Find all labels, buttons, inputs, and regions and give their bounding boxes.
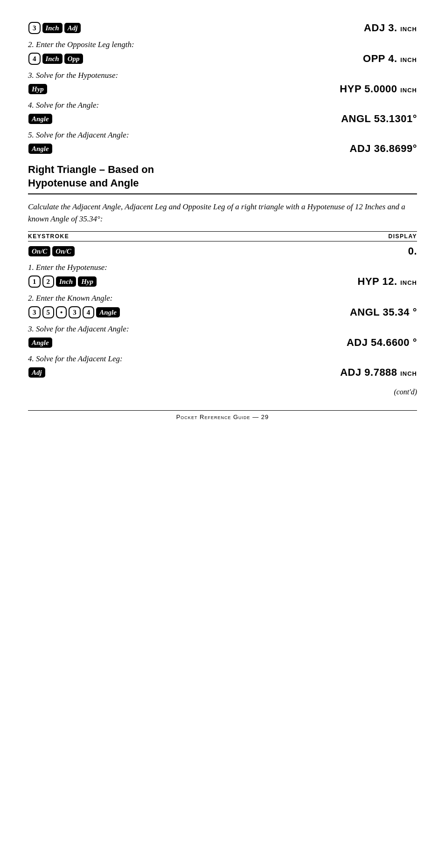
keystroke-adj36: Angle bbox=[28, 143, 177, 154]
key-5: 5 bbox=[42, 306, 55, 318]
key-3: 3 bbox=[28, 22, 41, 34]
page-content: 3 Inch Adj ADJ 3. INCH 2. Enter the Oppo… bbox=[28, 21, 417, 420]
row-adj3: 3 Inch Adj ADJ 3. INCH bbox=[28, 21, 417, 34]
keystroke-angl53: Angle bbox=[28, 113, 177, 124]
row-hyp12: 1 2 Inch Hyp HYP 12. INCH bbox=[28, 275, 417, 288]
row-opp4: 4 Inch Opp OPP 4. INCH bbox=[28, 52, 417, 65]
display-adj9788-value: ADJ 9.7888 bbox=[340, 366, 397, 378]
row-adj9788: Adj ADJ 9.7888 INCH bbox=[28, 366, 417, 379]
key-inch3: Inch bbox=[56, 276, 76, 287]
key-onc1: On/C bbox=[28, 246, 50, 256]
key-angle3: Angle bbox=[96, 307, 120, 317]
s2-step1-label: 1. Enter the Hypotenuse: bbox=[28, 263, 417, 272]
display-hyp5-unit: INCH bbox=[400, 87, 417, 94]
display-adj3: ADJ 3. INCH bbox=[177, 22, 417, 34]
s2-step2-label: 2. Enter the Known Angle: bbox=[28, 294, 417, 303]
keystroke-hyp5: Hyp bbox=[28, 83, 177, 95]
row-hyp5: Hyp HYP 5.0000 INCH bbox=[28, 83, 417, 95]
key-inch2: Inch bbox=[42, 54, 63, 64]
col-keystroke-label: KEYSTROKE bbox=[28, 233, 69, 240]
display-angl53-value: ANGL 53.1301° bbox=[341, 113, 417, 124]
step2-label: 2. Enter the Opposite Leg length: bbox=[28, 40, 417, 49]
section-divider bbox=[28, 193, 417, 194]
display-adj36-value: ADJ 36.8699° bbox=[350, 143, 417, 154]
s2-step3-label: 3. Solve for the Adjacent Angle: bbox=[28, 324, 417, 334]
s2-step4-label: 4. Solve for the Adjacent Leg: bbox=[28, 354, 417, 364]
display-hyp12-unit: INCH bbox=[400, 279, 417, 286]
step4-label: 4. Solve for the Angle: bbox=[28, 101, 417, 110]
cont-label: (cont'd) bbox=[28, 388, 417, 396]
display-hyp5-value: HYP 5.0000 bbox=[340, 83, 397, 95]
display-adj3-unit: INCH bbox=[400, 26, 417, 33]
display-adj3-value: ADJ 3. bbox=[364, 22, 397, 34]
key-angle4: Angle bbox=[28, 338, 52, 348]
key-adj: Adj bbox=[64, 23, 81, 33]
section2-description: Calculate the Adjacent Angle, Adjacent L… bbox=[28, 201, 417, 225]
display-adj9788-unit: INCH bbox=[400, 370, 417, 377]
display-opp4: OPP 4. INCH bbox=[177, 53, 417, 65]
key-hyp2: Hyp bbox=[78, 276, 97, 287]
key-1: 1 bbox=[28, 276, 41, 288]
keystroke-onc: On/C On/C bbox=[28, 246, 177, 257]
display-opp4-unit: INCH bbox=[400, 56, 417, 63]
section2-title: Right Triangle – Based onHypotenuse and … bbox=[28, 163, 417, 190]
display-hyp5: HYP 5.0000 INCH bbox=[177, 83, 417, 95]
key-dot: • bbox=[56, 306, 67, 318]
step3-label: 3. Solve for the Hypotenuse: bbox=[28, 71, 417, 80]
display-adj5466: ADJ 54.6600 ° bbox=[177, 337, 417, 349]
key-3b: 3 bbox=[69, 306, 81, 318]
key-3a: 3 bbox=[28, 306, 41, 318]
display-onc: 0. bbox=[177, 245, 417, 257]
display-adj9788: ADJ 9.7888 INCH bbox=[177, 366, 417, 379]
display-opp4-value: OPP 4. bbox=[363, 53, 397, 64]
table-header: KEYSTROKE DISPLAY bbox=[28, 231, 417, 241]
step5-label: 5. Solve for the Adjacent Angle: bbox=[28, 131, 417, 140]
key-onc2: On/C bbox=[52, 246, 74, 256]
key-opp: Opp bbox=[64, 54, 83, 64]
display-angl53: ANGL 53.1301° bbox=[177, 113, 417, 125]
row-adj5466: Angle ADJ 54.6600 ° bbox=[28, 337, 417, 349]
key-adj2: Adj bbox=[28, 367, 45, 378]
row-adj36: Angle ADJ 36.8699° bbox=[28, 143, 417, 155]
keystroke-hyp12: 1 2 Inch Hyp bbox=[28, 275, 177, 288]
display-angl3534: ANGL 35.34 ° bbox=[177, 306, 417, 318]
key-hyp: Hyp bbox=[28, 84, 47, 94]
key-4: 4 bbox=[28, 53, 41, 65]
display-adj36: ADJ 36.8699° bbox=[177, 143, 417, 155]
keystroke-adj5466: Angle bbox=[28, 337, 177, 348]
key-4: 4 bbox=[83, 306, 95, 318]
key-angle: Angle bbox=[28, 114, 52, 124]
keystroke-opp4: 4 Inch Opp bbox=[28, 52, 177, 65]
row-onc: On/C On/C 0. bbox=[28, 245, 417, 257]
row-angl53: Angle ANGL 53.1301° bbox=[28, 113, 417, 125]
col-display-label: DISPLAY bbox=[389, 233, 417, 240]
display-adj5466-value: ADJ 54.6600 ° bbox=[347, 337, 417, 348]
key-inch: Inch bbox=[42, 23, 63, 33]
keystroke-adj3: 3 Inch Adj bbox=[28, 21, 177, 34]
row-angl3534: 3 5 • 3 4 Angle ANGL 35.34 ° bbox=[28, 306, 417, 319]
key-angle2: Angle bbox=[28, 144, 52, 154]
page-footer: Pocket Reference Guide — 29 bbox=[28, 410, 417, 420]
display-onc-value: 0. bbox=[408, 245, 417, 257]
display-angl3534-value: ANGL 35.34 ° bbox=[350, 306, 417, 318]
display-hyp12: HYP 12. INCH bbox=[177, 276, 417, 288]
key-2: 2 bbox=[42, 276, 55, 288]
display-hyp12-value: HYP 12. bbox=[358, 276, 397, 287]
keystroke-angl3534: 3 5 • 3 4 Angle bbox=[28, 306, 177, 319]
keystroke-adj9788: Adj bbox=[28, 367, 177, 378]
